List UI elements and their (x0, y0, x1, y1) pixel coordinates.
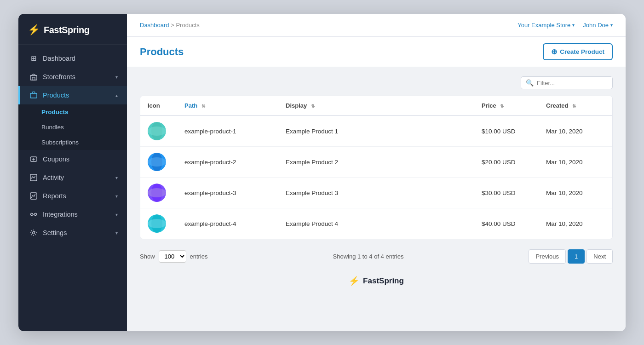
product-display: Example Product 4 (278, 208, 474, 239)
sidebar-item-coupons[interactable]: Coupons (18, 150, 127, 168)
footer-logo-icon: ⚡ (349, 276, 360, 286)
product-icon-cell (140, 178, 177, 208)
user-chevron-icon: ▾ (610, 23, 613, 28)
topbar-right: Your Example Store ▾ John Doe ▾ (518, 22, 613, 29)
main-content: Dashboard > Products Your Example Store … (127, 14, 626, 331)
pagination-row: Show 100 25 50 entries Showing 1 to 4 of… (140, 247, 613, 267)
filter-input[interactable] (537, 80, 608, 86)
sidebar-item-products[interactable]: Products ▴ (18, 86, 127, 104)
page-header: Products ⊕ Create Product (127, 37, 626, 67)
breadcrumb-current: Products (176, 22, 199, 29)
sub-nav-label: Products (41, 109, 69, 115)
product-price: $10.00 USD (474, 115, 539, 147)
filter-row: 🔍 (140, 76, 613, 89)
svg-point-14 (148, 157, 166, 167)
sidebar-item-dashboard[interactable]: ⊞ Dashboard (18, 49, 127, 68)
col-display[interactable]: Display ⇅ (278, 96, 474, 115)
product-path: example-product-4 (177, 208, 278, 239)
product-icon (148, 184, 166, 202)
sidebar-item-activity[interactable]: Activity ▾ (18, 168, 127, 187)
product-icon (148, 214, 166, 233)
sidebar-navigation: ⊞ Dashboard Storefronts ▾ (18, 45, 127, 331)
coupons-icon (29, 155, 38, 164)
table-row[interactable]: example-product-3 Example Product 3 $30.… (140, 178, 612, 208)
table-row[interactable]: example-product-2 Example Product 2 $20.… (140, 147, 612, 178)
product-created: Mar 10, 2020 (539, 178, 612, 208)
settings-icon (29, 228, 38, 237)
sort-icon: ⇅ (572, 104, 576, 109)
product-created: Mar 10, 2020 (539, 115, 612, 147)
svg-point-7 (34, 213, 37, 216)
sort-icon: ⇅ (201, 104, 205, 109)
products-icon (29, 91, 38, 100)
chevron-down-icon: ▾ (115, 175, 118, 180)
product-path: example-product-2 (177, 147, 278, 178)
filter-input-wrap: 🔍 (521, 76, 613, 89)
content-area: 🔍 Icon Path ⇅ Dis (127, 67, 626, 331)
store-selector[interactable]: Your Example Store ▾ (518, 22, 575, 29)
user-menu[interactable]: John Doe ▾ (583, 22, 613, 29)
chevron-down-icon: ▾ (115, 194, 118, 199)
table-row[interactable]: example-product-1 Example Product 1 $10.… (140, 115, 612, 147)
sidebar-item-bundles[interactable]: Bundles (18, 120, 127, 135)
svg-rect-1 (32, 77, 35, 80)
sub-nav-label: Subscriptions (41, 139, 79, 146)
svg-point-8 (33, 232, 35, 234)
previous-button[interactable]: Previous (529, 249, 566, 264)
show-entries: Show 100 25 50 entries (140, 250, 208, 263)
svg-rect-0 (30, 75, 37, 80)
product-icon (148, 153, 166, 171)
product-display: Example Product 3 (278, 178, 474, 208)
product-icon-cell (140, 208, 177, 239)
sidebar-item-products-sub[interactable]: Products (18, 104, 127, 120)
product-icon-cell (140, 147, 177, 178)
svg-point-20 (148, 219, 166, 228)
search-icon: 🔍 (526, 79, 534, 86)
next-button[interactable]: Next (586, 249, 613, 264)
svg-point-6 (31, 213, 33, 216)
svg-rect-2 (30, 93, 37, 98)
table-row[interactable]: example-product-4 Example Product 4 $40.… (140, 208, 612, 239)
col-path[interactable]: Path ⇅ (177, 96, 278, 115)
products-table-container: Icon Path ⇅ Display ⇅ Price ⇅ (140, 96, 613, 239)
sidebar-item-integrations[interactable]: Integrations ▾ (18, 205, 127, 224)
sidebar-item-label: Reports (43, 192, 66, 200)
sidebar-item-reports[interactable]: Reports ▾ (18, 187, 127, 205)
product-icon (148, 122, 166, 140)
page-1-button[interactable]: 1 (568, 249, 585, 264)
chevron-down-icon: ▾ (115, 75, 118, 80)
sub-nav-label: Bundles (41, 124, 64, 131)
sidebar-item-label: Dashboard (43, 55, 75, 62)
product-display: Example Product 2 (278, 147, 474, 178)
col-price[interactable]: Price ⇅ (474, 96, 539, 115)
show-label: Show (140, 253, 155, 260)
storefronts-icon (29, 72, 38, 81)
footer-logo-text: FastSpring (363, 276, 404, 286)
page-title: Products (140, 46, 184, 58)
product-path: example-product-3 (177, 178, 278, 208)
topbar: Dashboard > Products Your Example Store … (127, 14, 626, 37)
sidebar-item-storefronts[interactable]: Storefronts ▾ (18, 68, 127, 86)
dashboard-icon: ⊞ (29, 54, 38, 63)
sidebar-item-label: Products (43, 92, 69, 99)
col-created[interactable]: Created ⇅ (539, 96, 612, 115)
product-price: $40.00 USD (474, 208, 539, 239)
store-chevron-icon: ▾ (572, 23, 575, 28)
integrations-icon (29, 210, 38, 219)
sort-icon: ⇅ (311, 104, 315, 109)
breadcrumb-home[interactable]: Dashboard (140, 22, 169, 29)
product-price: $20.00 USD (474, 147, 539, 178)
products-sub-nav: Products Bundles Subscriptions (18, 104, 127, 150)
sidebar-item-settings[interactable]: Settings ▾ (18, 224, 127, 242)
create-product-button[interactable]: ⊕ Create Product (543, 43, 613, 60)
sidebar-item-label: Storefronts (43, 73, 75, 80)
plus-icon: ⊕ (551, 47, 557, 56)
reports-icon (29, 191, 38, 201)
sidebar-logo: ⚡ FastSpring (18, 14, 127, 45)
sidebar-item-subscriptions[interactable]: Subscriptions (18, 135, 127, 150)
chevron-down-icon: ▾ (115, 212, 118, 217)
product-created: Mar 10, 2020 (539, 147, 612, 178)
logo-icon: ⚡ (28, 24, 40, 36)
product-path: example-product-1 (177, 115, 278, 147)
show-select[interactable]: 100 25 50 (159, 250, 186, 263)
